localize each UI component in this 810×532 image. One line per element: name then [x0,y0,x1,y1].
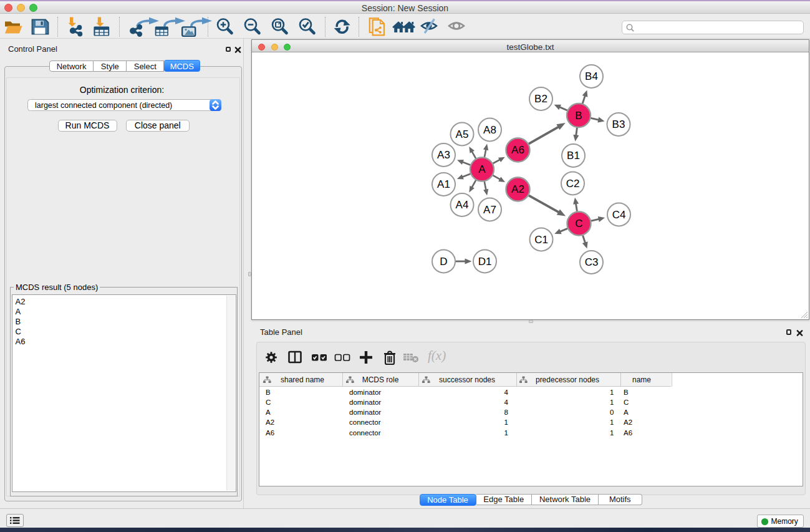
svg-text:D: D [440,256,447,268]
svg-text:C4: C4 [612,209,626,221]
svg-text:B4: B4 [585,70,598,82]
svg-text:B: B [575,110,582,122]
svg-text:A3: A3 [437,149,450,161]
svg-text:B2: B2 [534,93,547,105]
svg-text:B3: B3 [612,118,625,130]
svg-text:A7: A7 [483,204,496,216]
svg-text:C2: C2 [566,178,580,190]
svg-text:D1: D1 [478,256,492,268]
svg-text:C3: C3 [585,256,599,268]
svg-text:A: A [478,163,486,175]
svg-text:A4: A4 [456,199,469,211]
svg-text:A5: A5 [456,128,469,140]
svg-text:B1: B1 [567,150,580,162]
svg-text:A8: A8 [483,124,496,136]
svg-text:A1: A1 [437,178,450,190]
svg-text:C: C [575,218,582,230]
svg-text:A6: A6 [511,144,524,156]
svg-text:A2: A2 [511,183,524,195]
svg-text:C1: C1 [534,234,548,246]
